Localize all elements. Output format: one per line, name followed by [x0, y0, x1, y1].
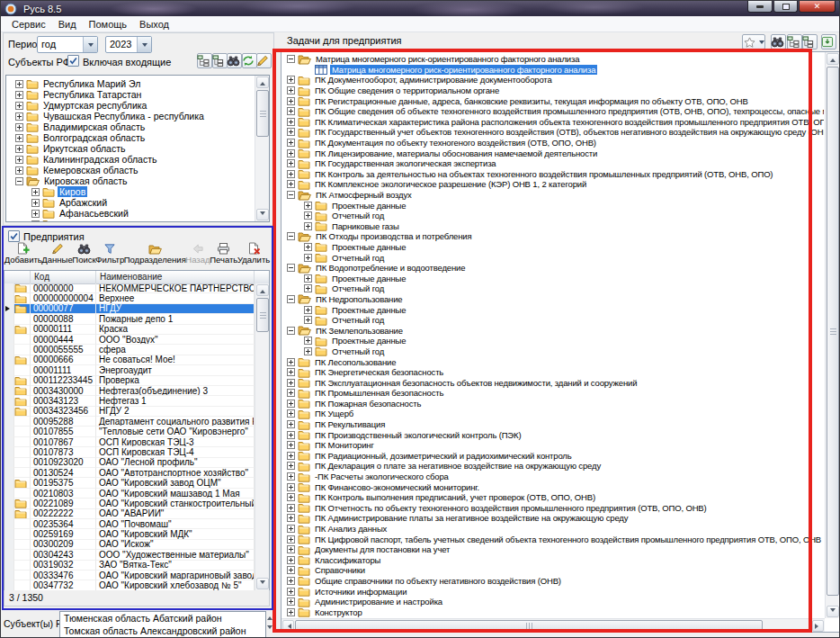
expand-icon[interactable] [31, 188, 40, 196]
expand-icon[interactable] [287, 86, 295, 94]
scroll-down-icon[interactable] [827, 606, 839, 617]
tree-item[interactable]: ПК Декларация о плате за негативное возд… [282, 461, 824, 472]
footer-list-scroll[interactable] [267, 614, 273, 632]
expand-icon[interactable] [287, 452, 295, 460]
menu-item-Помощь[interactable]: Помощь [83, 18, 134, 31]
tree-item[interactable]: ПК Документация по объекту техногеного в… [282, 138, 824, 148]
expand-icon[interactable] [287, 180, 295, 188]
tree-item[interactable]: Кемеровская область [8, 165, 254, 175]
tree-item[interactable]: Отчетный год [282, 346, 824, 357]
tree-item[interactable]: Администрирование и настройка [282, 597, 824, 607]
tree-item[interactable]: ПК Лесопользование [282, 356, 824, 367]
expand-icon[interactable] [287, 608, 295, 616]
table-header-name[interactable]: Наименование [96, 271, 255, 283]
tree-item[interactable]: ПК Комплексное экологическое разрешение … [282, 179, 824, 190]
tree-item[interactable]: ПК Финансово-экономический мониторинг. [282, 481, 824, 492]
tree-item[interactable]: Конструктор [282, 607, 824, 617]
tree-item[interactable]: Чувашская Республика - республика [8, 111, 254, 121]
table-row[interactable]: 00107855"Тепловые сети ОАО "Кировэнерго" [4, 427, 255, 436]
expand-icon[interactable] [287, 504, 295, 512]
tree-item[interactable]: Удмуртская республика [8, 100, 254, 111]
collapse-icon[interactable] [287, 295, 295, 303]
expand-icon[interactable] [287, 358, 295, 366]
period-type-combobox[interactable]: год [37, 36, 98, 53]
table-row[interactable]: 00107867ОСП Кировская ТЭЦ-3 [4, 437, 255, 447]
tree-item[interactable]: ПК Контроль за деятельностью на объектах… [282, 169, 824, 180]
expand-icon[interactable] [287, 431, 295, 439]
toolbar-button-поиск[interactable]: Поиск [72, 240, 95, 267]
table-row[interactable]: 00259169ОАО "Кировский МДК" [4, 529, 255, 539]
toolbar-button-фильтр[interactable]: Фильтр [96, 240, 125, 267]
table-row[interactable]: 00235364ОАО "Почвомаш" [4, 519, 255, 529]
table-row[interactable]: 00130524ОАО "Автотранспортное хозяйство" [4, 468, 255, 478]
expand-icon[interactable] [287, 97, 295, 105]
scrollbar-thumb[interactable] [827, 67, 839, 596]
tree-item[interactable]: Справочники [282, 565, 824, 576]
maximize-button[interactable] [773, 1, 798, 13]
subjects-toolbar-button-binoculars-icon[interactable] [227, 53, 242, 68]
expand-icon[interactable] [304, 211, 312, 220]
tree-item[interactable]: ПК Климатическая характеристика района р… [282, 117, 824, 128]
table-row[interactable]: 000343123Нефтегаз 1 [4, 396, 255, 406]
scroll-up-icon[interactable] [827, 53, 839, 65]
tree-item[interactable]: Иркутская область [8, 143, 254, 154]
tree-item[interactable]: ПК Лицензирование, материалы обоснования… [282, 148, 824, 158]
tree-item[interactable]: ПК Администрирование платы за негативное… [282, 513, 824, 524]
scrollbar-thumb[interactable] [256, 298, 269, 332]
table-row[interactable]: 00000077НГДУ [4, 304, 255, 314]
table-row[interactable]: 00107873ОСП Кировская ТЭЦ-4 [4, 447, 255, 457]
scroll-down-icon[interactable] [267, 625, 273, 632]
expand-icon[interactable] [287, 483, 295, 491]
tree-item[interactable]: Волгоградская область [8, 132, 254, 143]
table-row[interactable]: 00304243ООО "Художественные материалы" [4, 550, 255, 560]
tree-item[interactable]: ПК Отходы производства и потребления [282, 231, 824, 242]
tree-item[interactable]: -ПК Расчеты экологического сбора [282, 472, 824, 482]
tree-item[interactable]: Киров [8, 186, 254, 197]
tree-item[interactable]: Проектные данные [282, 304, 824, 315]
tree-item[interactable]: ПК Недропользование [282, 294, 824, 305]
tree-item[interactable]: ПК Цифровой паспорт, табель учетных свед… [282, 534, 824, 544]
tree-item[interactable] [8, 219, 254, 221]
table-row[interactable]: 00221089ОАО "Кировский станкостроительны… [4, 499, 255, 508]
expand-icon[interactable] [287, 128, 295, 136]
tree-item[interactable]: Отчетный год [282, 211, 824, 221]
subjects-toolbar-button-tree-collapse-icon[interactable] [212, 53, 228, 68]
expand-icon[interactable] [287, 409, 295, 418]
menu-item-Вид[interactable]: Вид [52, 18, 83, 31]
table-row[interactable]: 00300209ОАО "Искож" [4, 540, 255, 550]
table-row[interactable]: 00000088Пожарные депо 1 [4, 314, 255, 324]
tree-item[interactable]: ПК Рекультивация [282, 419, 824, 430]
tree-item[interactable]: ПК Общие сведения об объекте техногенног… [282, 106, 824, 117]
toolbar-button-добавить[interactable]: Добавить [4, 240, 42, 267]
expand-icon[interactable] [15, 112, 23, 121]
expand-icon[interactable] [15, 166, 23, 175]
table-row[interactable]: 00000444ООО "Воздух" [4, 335, 255, 345]
expand-icon[interactable] [287, 389, 295, 397]
expand-icon[interactable] [287, 159, 295, 167]
expand-icon[interactable] [287, 379, 295, 387]
expand-icon[interactable] [287, 535, 295, 544]
expand-icon[interactable] [287, 525, 295, 533]
scroll-up-icon[interactable] [267, 614, 273, 620]
tree-item[interactable]: Арбажский [8, 197, 254, 208]
table-row[interactable]: 00034323456НГДУ 2 [4, 407, 255, 417]
table-row[interactable]: 00319032ЗАО "Вятка-Текс" [4, 561, 255, 571]
expand-icon[interactable] [304, 347, 312, 355]
scrollbar-thumb[interactable] [295, 620, 763, 632]
menu-item-Выход[interactable]: Выход [133, 18, 175, 31]
tree-item[interactable]: ПК Водопотребление и водоотведение [282, 263, 824, 274]
table-row[interactable]: 0010923020ОАО "Лесной профиль" [4, 458, 255, 468]
expand-icon[interactable] [304, 243, 312, 251]
tree-item[interactable]: Источники информации [282, 586, 824, 597]
menu-item-Сервис[interactable]: Сервис [5, 18, 52, 31]
expand-icon[interactable] [287, 472, 295, 481]
tree-item[interactable]: Документы для постановки на учет [282, 544, 824, 555]
tree-item[interactable]: Калининградская область [8, 154, 254, 165]
table-row[interactable]: 000112233445Проверка [4, 376, 255, 386]
tree-item[interactable]: ПК Энергетическая безопасность [282, 367, 824, 378]
scroll-up-icon[interactable] [256, 76, 269, 88]
table-row[interactable]: 00195375ОАО "Кировский завод ОЦМ" [4, 478, 255, 488]
expand-icon[interactable] [287, 566, 295, 574]
tree-item[interactable]: ПК Регистрационные данные, адреса, банко… [282, 95, 824, 106]
expand-icon[interactable] [287, 368, 295, 376]
